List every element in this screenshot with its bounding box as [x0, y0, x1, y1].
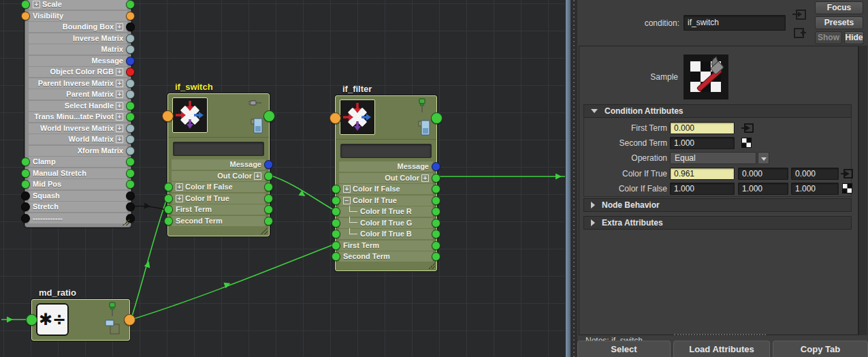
output-port[interactable] — [126, 67, 135, 76]
node-editor-pane[interactable]: +ScaleVisibilityBounding Box+Inverse Mat… — [0, 0, 565, 357]
input-port[interactable] — [21, 191, 30, 200]
output-port[interactable] — [126, 102, 135, 110]
node-name-slot[interactable] — [173, 142, 264, 156]
node-attr-row[interactable]: First Term — [172, 204, 266, 215]
second-term-field[interactable]: 1.000 — [670, 137, 735, 149]
connection-icon[interactable] — [841, 168, 854, 180]
copy-tab-button[interactable]: Copy Tab — [773, 341, 868, 357]
node-attr-row[interactable]: Out Color+ — [172, 171, 266, 181]
expand-toggle[interactable]: + — [116, 68, 123, 76]
input-port[interactable] — [164, 205, 173, 214]
horizontal-drag-grip[interactable] — [674, 334, 766, 335]
map-button-icon[interactable] — [842, 183, 852, 193]
expand-toggle[interactable]: + — [176, 183, 183, 191]
output-port[interactable] — [432, 174, 440, 183]
output-port[interactable] — [126, 45, 135, 54]
output-port[interactable] — [126, 57, 135, 65]
node-attr-row[interactable]: −Color If True — [339, 196, 433, 206]
wire-md-to-ifswitch[interactable] — [131, 199, 167, 318]
input-port[interactable] — [164, 217, 173, 226]
input-port[interactable] — [21, 202, 30, 211]
output-port[interactable] — [126, 0, 135, 9]
node-attr-row[interactable]: +Color If False — [172, 182, 266, 192]
output-port[interactable] — [264, 205, 273, 214]
output-port[interactable] — [432, 241, 440, 250]
node-attr-row[interactable]: Inverse Matrix — [29, 33, 127, 44]
node-attr-row[interactable]: Matrix — [29, 44, 127, 55]
color-if-false-g-field[interactable]: 1.000 — [738, 183, 788, 195]
output-port[interactable] — [432, 196, 440, 205]
node-resize-corner[interactable] — [428, 262, 435, 269]
input-port[interactable] — [162, 110, 174, 122]
node-name-slot[interactable] — [340, 144, 432, 158]
output-port[interactable] — [126, 191, 135, 200]
output-port[interactable] — [126, 112, 135, 121]
node-attr-row[interactable]: Bounding Box+ — [29, 22, 127, 32]
map-button-icon[interactable] — [741, 138, 752, 148]
node-transform[interactable]: +ScaleVisibilityBounding Box+Inverse Mat… — [25, 0, 131, 228]
expand-toggle[interactable]: + — [116, 102, 123, 110]
expand-toggle[interactable]: + — [176, 195, 183, 202]
swatch-toggle-icon[interactable] — [417, 119, 431, 136]
output-port[interactable] — [126, 146, 135, 155]
expand-toggle[interactable]: + — [116, 113, 123, 121]
wire-md-to-iffilter[interactable] — [131, 245, 334, 320]
node-attr-row[interactable]: +Color If True — [172, 193, 266, 204]
output-port[interactable] — [126, 169, 135, 178]
output-port[interactable] — [126, 79, 135, 88]
output-port[interactable] — [432, 219, 440, 228]
input-port[interactable] — [332, 196, 340, 205]
expand-toggle[interactable]: + — [33, 1, 40, 8]
node-attr-row[interactable]: Trans Minu...tate Pivot+ — [29, 112, 127, 122]
dropdown-arrow-button[interactable] — [758, 152, 769, 164]
node-attr-row[interactable]: Second Term — [172, 216, 266, 226]
color-if-false-b-field[interactable]: 1.000 — [791, 183, 839, 195]
output-port[interactable] — [432, 162, 440, 171]
first-term-field[interactable]: 0.000 — [670, 122, 735, 134]
node-resize-corner[interactable] — [261, 228, 268, 234]
node-attr-row[interactable]: Parent Matrix+ — [29, 89, 127, 99]
expand-toggle[interactable]: + — [254, 172, 261, 180]
node-attr-row[interactable]: Message — [172, 159, 266, 170]
output-port[interactable] — [264, 194, 273, 203]
input-port[interactable] — [164, 194, 173, 203]
output-port[interactable] — [126, 135, 135, 144]
expand-toggle[interactable]: + — [116, 23, 123, 31]
load-attributes-button[interactable]: Load Attributes — [673, 341, 770, 357]
output-port[interactable] — [126, 202, 135, 211]
output-connections-icon[interactable] — [792, 26, 807, 41]
input-port[interactable] — [164, 183, 173, 191]
node-attr-row[interactable]: Second Term — [339, 251, 433, 262]
select-button[interactable]: Select — [577, 341, 671, 357]
node-attr-row[interactable]: Color If True R — [339, 206, 433, 217]
connection-icon[interactable] — [741, 122, 755, 134]
output-port[interactable] — [264, 183, 273, 191]
pin-icon-pinned[interactable] — [108, 302, 117, 317]
section-node-behavior[interactable]: Node Behavior — [583, 198, 852, 212]
operation-dropdown[interactable]: Equal — [670, 152, 756, 164]
node-name-field[interactable]: if_switch — [684, 15, 786, 31]
input-port[interactable] — [332, 230, 340, 238]
node-resize-corner[interactable] — [123, 219, 129, 226]
node-attr-row[interactable]: Message — [29, 56, 127, 66]
show-button[interactable]: Show — [815, 31, 842, 44]
output-port[interactable] — [126, 22, 135, 31]
input-port[interactable] — [332, 219, 340, 228]
node-attr-row[interactable]: Object Color RGB+ — [29, 67, 127, 77]
expand-toggle[interactable]: + — [116, 80, 123, 87]
pin-icon-pinned[interactable] — [417, 98, 427, 113]
node-attr-row[interactable]: World Inverse Matrix+ — [29, 123, 127, 134]
expand-toggle[interactable]: + — [421, 174, 429, 182]
swatch-toggle-icon[interactable] — [250, 117, 263, 134]
input-connections-icon[interactable] — [792, 7, 807, 22]
expand-toggle[interactable]: + — [116, 91, 123, 98]
output-port[interactable] — [264, 172, 273, 181]
presets-button[interactable]: Presets — [815, 16, 863, 29]
focus-button[interactable]: Focus — [815, 1, 863, 14]
node-attr-row[interactable]: World Matrix+ — [29, 134, 127, 144]
expand-toggle[interactable]: + — [116, 136, 123, 143]
node-attr-row[interactable]: Color If True B — [339, 229, 433, 239]
input-port[interactable] — [21, 157, 30, 166]
node-attr-row[interactable]: +Scale — [29, 0, 127, 10]
vertical-scrollbar[interactable] — [858, 46, 867, 335]
